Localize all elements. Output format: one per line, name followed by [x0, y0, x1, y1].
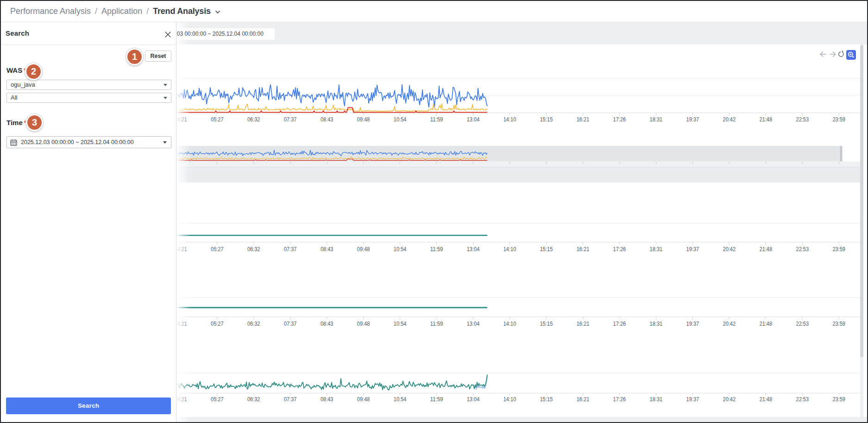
svg-text:09:48: 09:48	[357, 116, 370, 123]
svg-text:13:04: 13:04	[467, 396, 480, 403]
svg-text:14:10: 14:10	[503, 321, 516, 327]
svg-text:21:48: 21:48	[760, 116, 773, 123]
svg-text:09:48: 09:48	[357, 396, 370, 403]
svg-text:22:53: 22:53	[796, 396, 809, 403]
svg-text:07:37: 07:37	[284, 321, 297, 327]
svg-text:18:31: 18:31	[650, 246, 663, 253]
svg-text:11:59: 11:59	[430, 321, 443, 327]
svg-text:17:26: 17:26	[613, 116, 626, 123]
svg-text:17:26: 17:26	[613, 321, 626, 327]
svg-text:16:21: 16:21	[577, 396, 590, 403]
svg-text:05:27: 05:27	[211, 321, 224, 327]
svg-text:07:37: 07:37	[284, 246, 297, 253]
svg-text:15:15: 15:15	[540, 321, 553, 327]
svg-text:06:32: 06:32	[247, 246, 260, 253]
svg-text:14:10: 14:10	[503, 396, 516, 403]
svg-text:20:42: 20:42	[723, 116, 736, 123]
svg-text:20:42: 20:42	[723, 396, 736, 403]
svg-text:10:54: 10:54	[394, 116, 407, 123]
svg-text:05:27: 05:27	[211, 396, 224, 403]
svg-text:11:59: 11:59	[430, 246, 443, 253]
svg-text:15:15: 15:15	[540, 116, 553, 123]
svg-text:16:21: 16:21	[577, 116, 590, 123]
svg-text:11:59: 11:59	[430, 116, 443, 123]
svg-text:23:59: 23:59	[832, 246, 845, 253]
svg-text:13:04: 13:04	[467, 246, 480, 253]
svg-text:16:21: 16:21	[577, 321, 590, 327]
svg-text:15:15: 15:15	[540, 246, 553, 253]
svg-text:15:15: 15:15	[540, 396, 553, 403]
svg-text:17:26: 17:26	[613, 396, 626, 403]
svg-text:21:48: 21:48	[760, 246, 773, 253]
svg-text:22:53: 22:53	[796, 246, 809, 253]
svg-text:13:04: 13:04	[467, 321, 480, 327]
svg-text:21:48: 21:48	[760, 321, 773, 327]
svg-text:05:27: 05:27	[211, 116, 224, 123]
svg-text:06:32: 06:32	[247, 321, 260, 327]
svg-text:18:31: 18:31	[650, 321, 663, 327]
svg-text:20:42: 20:42	[723, 321, 736, 327]
svg-text:08:43: 08:43	[321, 246, 333, 253]
svg-text:19:37: 19:37	[686, 246, 699, 253]
svg-text:23:59: 23:59	[832, 321, 845, 327]
svg-text:08:43: 08:43	[321, 321, 333, 327]
svg-text:09:48: 09:48	[357, 246, 370, 253]
svg-text:14:10: 14:10	[503, 246, 516, 253]
svg-text:06:32: 06:32	[247, 116, 260, 123]
svg-text:18:31: 18:31	[650, 396, 663, 403]
svg-text:05:27: 05:27	[211, 246, 224, 253]
svg-text:14:10: 14:10	[503, 116, 516, 123]
svg-text:17:26: 17:26	[613, 246, 626, 253]
svg-text:18:31: 18:31	[650, 116, 663, 123]
svg-text:21:48: 21:48	[760, 396, 773, 403]
svg-text:20:42: 20:42	[723, 246, 736, 253]
svg-text:23:59: 23:59	[832, 116, 845, 123]
svg-text:10:54: 10:54	[394, 246, 407, 253]
svg-text:10:54: 10:54	[394, 396, 407, 403]
svg-text:19:37: 19:37	[686, 321, 699, 327]
svg-text:13:04: 13:04	[467, 116, 480, 123]
svg-text:16:21: 16:21	[577, 246, 590, 253]
svg-text:07:37: 07:37	[284, 116, 297, 123]
svg-text:07:37: 07:37	[284, 396, 297, 403]
svg-text:10:54: 10:54	[394, 321, 407, 327]
svg-text:19:37: 19:37	[686, 396, 699, 403]
svg-text:08:43: 08:43	[321, 396, 333, 403]
svg-text:22:53: 22:53	[796, 116, 809, 123]
svg-text:22:53: 22:53	[796, 321, 809, 327]
svg-text:23:59: 23:59	[832, 396, 845, 403]
svg-text:09:48: 09:48	[357, 321, 370, 327]
svg-text:06:32: 06:32	[247, 396, 260, 403]
svg-text:11:59: 11:59	[430, 396, 443, 403]
svg-text:19:37: 19:37	[686, 116, 699, 123]
svg-text:08:43: 08:43	[321, 116, 333, 123]
